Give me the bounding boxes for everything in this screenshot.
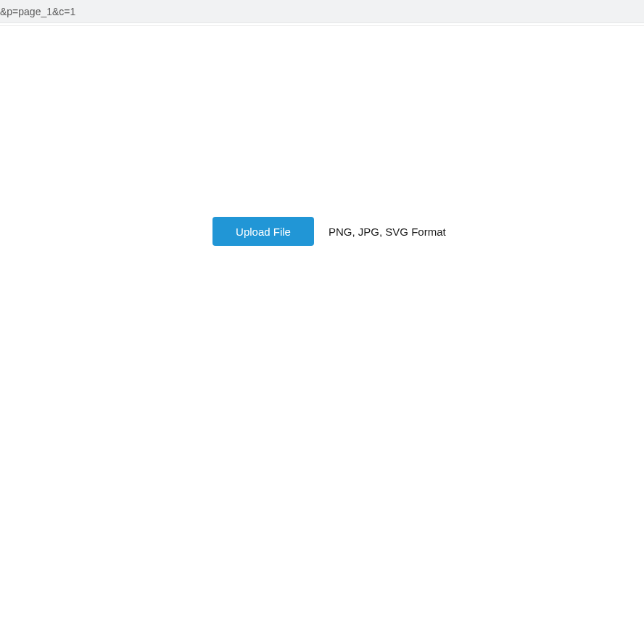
upload-format-hint: PNG, JPG, SVG Format (329, 226, 446, 238)
upload-file-button[interactable]: Upload File (212, 217, 314, 246)
main-content: Upload File PNG, JPG, SVG Format (0, 26, 644, 644)
browser-url-bar[interactable]: &p=page_1&c=1 (0, 0, 644, 23)
url-fragment: &p=page_1&c=1 (0, 6, 75, 17)
upload-row: Upload File PNG, JPG, SVG Format (212, 217, 446, 246)
upload-button-label: Upload File (236, 226, 291, 238)
